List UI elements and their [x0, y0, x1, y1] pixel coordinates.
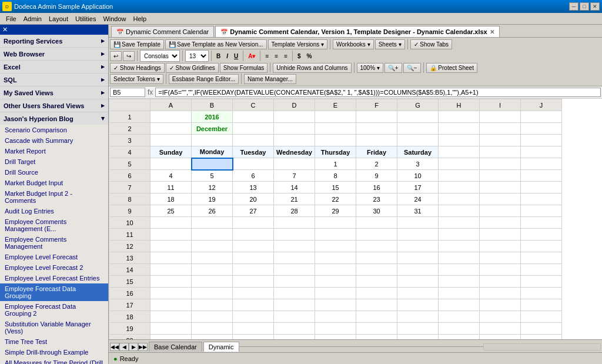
cell-C14[interactable]: [233, 264, 274, 276]
cell-E1[interactable]: [315, 111, 356, 123]
cell-G13[interactable]: [397, 252, 439, 264]
cell-A13[interactable]: [150, 252, 192, 264]
col-header-f[interactable]: F: [356, 99, 397, 111]
cell-D2[interactable]: [274, 123, 315, 135]
row-header-1[interactable]: 1: [109, 111, 150, 123]
underline-button[interactable]: U: [232, 52, 240, 61]
sidebar-section-header-saved[interactable]: My Saved Views ▸: [0, 86, 108, 99]
cell-A16[interactable]: [150, 288, 192, 299]
sidebar-section-header-sql[interactable]: SQL ▸: [0, 74, 108, 86]
col-header-a[interactable]: A: [150, 99, 192, 111]
cell-H20[interactable]: [439, 335, 480, 340]
cell-F3[interactable]: [356, 135, 397, 146]
menu-file[interactable]: File: [2, 14, 20, 24]
cell-D16[interactable]: [274, 288, 315, 299]
cell-A7[interactable]: 11: [150, 182, 192, 193]
cell-C13[interactable]: [233, 252, 274, 264]
cell-A10[interactable]: [150, 217, 192, 229]
cell-B9[interactable]: 26: [192, 205, 233, 217]
sidebar-item-cascade[interactable]: Cascade with Summary: [0, 135, 108, 146]
cell-B2[interactable]: December: [192, 123, 233, 135]
cell-B3[interactable]: [192, 135, 233, 146]
size-select[interactable]: 13: [185, 50, 209, 62]
cell-C19[interactable]: [233, 323, 274, 335]
sheet-nav-first[interactable]: ◀◀: [110, 343, 119, 351]
cell-F13[interactable]: [356, 252, 397, 264]
cell-J2[interactable]: [521, 123, 562, 135]
show-gridlines-button[interactable]: ✓ Show Gridlines: [166, 63, 219, 73]
cell-I16[interactable]: [480, 288, 521, 299]
cell-I1[interactable]: [480, 111, 521, 123]
cell-A6[interactable]: 4: [150, 170, 192, 182]
cell-F15[interactable]: [356, 276, 397, 288]
cell-A11[interactable]: [150, 229, 192, 241]
menu-utilities[interactable]: Utilities: [72, 14, 99, 24]
cell-B5[interactable]: [192, 158, 233, 170]
sidebar-section-header-reporting[interactable]: Reporting Services ▸: [0, 35, 108, 47]
cell-H6[interactable]: [439, 170, 480, 182]
cell-J13[interactable]: [521, 252, 562, 264]
cell-J6[interactable]: [521, 170, 562, 182]
row-header-13[interactable]: 13: [109, 252, 150, 264]
align-center-button[interactable]: ≡: [272, 52, 280, 61]
cell-E2[interactable]: [315, 123, 356, 135]
cell-H15[interactable]: [439, 276, 480, 288]
cell-H11[interactable]: [439, 229, 480, 241]
sidebar-section-header-other[interactable]: Other Users Shared Views ▸: [0, 99, 108, 112]
cell-G4[interactable]: Saturday: [397, 146, 439, 158]
row-header-19[interactable]: 19: [109, 323, 150, 335]
col-header-d[interactable]: D: [274, 99, 315, 111]
cell-G14[interactable]: [397, 264, 439, 276]
italic-button[interactable]: I: [224, 52, 230, 61]
cell-G17[interactable]: [397, 299, 439, 311]
row-header-5[interactable]: 5: [109, 158, 150, 170]
cell-G7[interactable]: 17: [397, 182, 439, 193]
cell-C3[interactable]: [233, 135, 274, 146]
cell-E12[interactable]: [315, 241, 356, 252]
cell-C6[interactable]: 6: [233, 170, 274, 182]
cell-B8[interactable]: 19: [192, 193, 233, 205]
col-header-b[interactable]: B: [192, 99, 233, 111]
sidebar-item-emp-grouping2[interactable]: Employee Forecast Data Grouping 2: [0, 301, 108, 319]
cell-D17[interactable]: [274, 299, 315, 311]
redo-button[interactable]: ↪: [123, 51, 135, 61]
cell-G3[interactable]: [397, 135, 439, 146]
cell-B15[interactable]: [192, 276, 233, 288]
sidebar-item-emp-grouping[interactable]: Employee Forecast Data Grouping: [0, 283, 108, 301]
cell-B13[interactable]: [192, 252, 233, 264]
cell-I14[interactable]: [480, 264, 521, 276]
row-header-2[interactable]: 2: [109, 123, 150, 135]
cell-D13[interactable]: [274, 252, 315, 264]
cell-C10[interactable]: [233, 217, 274, 229]
cell-F6[interactable]: 9: [356, 170, 397, 182]
cell-G20[interactable]: [397, 335, 439, 340]
sidebar-item-drill-source[interactable]: Drill Source: [0, 167, 108, 178]
cell-B7[interactable]: 12: [192, 182, 233, 193]
cell-H14[interactable]: [439, 264, 480, 276]
cell-I10[interactable]: [480, 217, 521, 229]
cell-H5[interactable]: [439, 158, 480, 170]
spreadsheet-container[interactable]: A B C D E F G H I J 120162Dec: [109, 99, 602, 339]
sidebar-item-emp-comments[interactable]: Employee Comments Management: [0, 234, 108, 252]
cell-A19[interactable]: [150, 323, 192, 335]
workbooks-button[interactable]: Workbooks ▾: [333, 39, 374, 49]
cell-D11[interactable]: [274, 229, 315, 241]
cell-C7[interactable]: 13: [233, 182, 274, 193]
cell-A20[interactable]: [150, 335, 192, 340]
cell-I2[interactable]: [480, 123, 521, 135]
cell-B18[interactable]: [192, 311, 233, 323]
cell-A4[interactable]: Sunday: [150, 146, 192, 158]
cell-J15[interactable]: [521, 276, 562, 288]
row-header-17[interactable]: 17: [109, 299, 150, 311]
cell-G5[interactable]: 3: [397, 158, 439, 170]
cell-B14[interactable]: [192, 264, 233, 276]
row-header-11[interactable]: 11: [109, 229, 150, 241]
cell-J19[interactable]: [521, 323, 562, 335]
cell-G10[interactable]: [397, 217, 439, 229]
cell-H19[interactable]: [439, 323, 480, 335]
align-right-button[interactable]: ≡: [282, 52, 290, 61]
show-headings-button[interactable]: ✓ Show Headings: [110, 63, 165, 73]
menu-layout[interactable]: Layout: [45, 14, 72, 24]
cell-D19[interactable]: [274, 323, 315, 335]
cell-J8[interactable]: [521, 193, 562, 205]
